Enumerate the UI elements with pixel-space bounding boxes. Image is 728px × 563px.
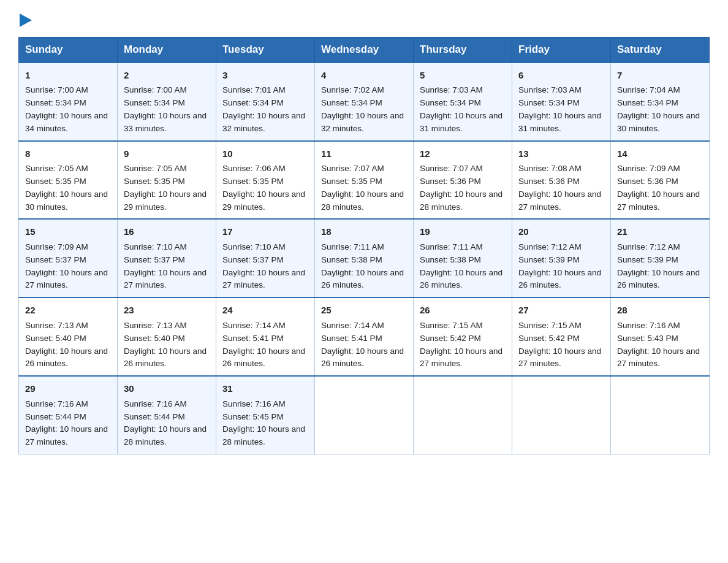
svg-marker-0 [20,13,32,27]
day-number: 6 [518,68,604,82]
sunset-text: Sunset: 5:39 PM [617,255,678,264]
sunset-text: Sunset: 5:41 PM [321,334,382,343]
sunrise-text: Sunrise: 7:07 AM [420,164,483,173]
daylight-text: Daylight: 10 hours and 31 minutes. [518,111,601,133]
daylight-text: Daylight: 10 hours and 26 minutes. [321,268,404,290]
sunset-text: Sunset: 5:34 PM [617,98,678,107]
calendar-cell: 17Sunrise: 7:10 AMSunset: 5:37 PMDayligh… [216,219,315,297]
sunrise-text: Sunrise: 7:12 AM [617,242,680,251]
day-number: 16 [124,224,210,239]
sunrise-text: Sunrise: 7:14 AM [222,321,286,330]
sunset-text: Sunset: 5:41 PM [222,334,284,343]
week-row-4: 22Sunrise: 7:13 AMSunset: 5:40 PMDayligh… [19,297,710,376]
week-row-1: 1Sunrise: 7:00 AMSunset: 5:34 PMDaylight… [19,63,710,141]
days-header-row: SundayMondayTuesdayWednesdayThursdayFrid… [19,37,710,63]
sunrise-text: Sunrise: 7:00 AM [124,85,187,94]
sunset-text: Sunset: 5:45 PM [222,412,284,421]
logo-arrow-icon [20,13,32,27]
calendar-cell: 20Sunrise: 7:12 AMSunset: 5:39 PMDayligh… [512,219,611,297]
sunrise-text: Sunrise: 7:16 AM [222,399,286,408]
sunrise-text: Sunrise: 7:04 AM [617,85,680,94]
calendar-cell: 16Sunrise: 7:10 AMSunset: 5:37 PMDayligh… [118,219,216,297]
daylight-text: Daylight: 10 hours and 31 minutes. [420,111,502,133]
day-number: 31 [222,381,308,396]
day-number: 4 [321,68,407,82]
week-row-2: 8Sunrise: 7:05 AMSunset: 5:35 PMDaylight… [19,141,710,220]
sunset-text: Sunset: 5:40 PM [25,334,86,343]
day-number: 27 [518,303,604,317]
sunrise-text: Sunrise: 7:05 AM [25,164,88,173]
calendar-cell: 24Sunrise: 7:14 AMSunset: 5:41 PMDayligh… [216,297,315,376]
calendar-cell: 6Sunrise: 7:03 AMSunset: 5:34 PMDaylight… [512,63,611,141]
daylight-text: Daylight: 10 hours and 26 minutes. [124,347,207,369]
day-header-wednesday: Wednesday [315,37,414,63]
calendar-cell: 13Sunrise: 7:08 AMSunset: 5:36 PMDayligh… [512,141,611,220]
day-header-friday: Friday [512,37,611,63]
day-number: 22 [25,303,111,317]
week-row-5: 29Sunrise: 7:16 AMSunset: 5:44 PMDayligh… [19,376,710,454]
sunrise-text: Sunrise: 7:02 AM [321,85,384,94]
calendar-cell: 18Sunrise: 7:11 AMSunset: 5:38 PMDayligh… [315,219,414,297]
sunrise-text: Sunrise: 7:15 AM [518,321,582,330]
sunset-text: Sunset: 5:37 PM [124,255,185,264]
sunset-text: Sunset: 5:35 PM [25,177,86,186]
daylight-text: Daylight: 10 hours and 28 minutes. [420,190,502,212]
daylight-text: Daylight: 10 hours and 26 minutes. [420,268,502,290]
calendar-cell: 7Sunrise: 7:04 AMSunset: 5:34 PMDaylight… [611,63,710,141]
sunrise-text: Sunrise: 7:10 AM [222,242,286,251]
calendar-cell: 30Sunrise: 7:16 AMSunset: 5:44 PMDayligh… [118,376,216,454]
sunset-text: Sunset: 5:35 PM [321,177,382,186]
day-number: 25 [321,303,407,317]
calendar-cell: 21Sunrise: 7:12 AMSunset: 5:39 PMDayligh… [611,219,710,297]
day-number: 19 [420,224,506,239]
daylight-text: Daylight: 10 hours and 33 minutes. [124,111,207,133]
day-number: 8 [25,147,111,161]
day-number: 12 [420,147,506,161]
sunrise-text: Sunrise: 7:13 AM [124,321,187,330]
calendar-cell [414,376,512,454]
day-number: 5 [420,68,506,82]
daylight-text: Daylight: 10 hours and 26 minutes. [617,268,700,290]
week-row-3: 15Sunrise: 7:09 AMSunset: 5:37 PMDayligh… [19,219,710,297]
sunset-text: Sunset: 5:34 PM [25,98,86,107]
daylight-text: Daylight: 10 hours and 27 minutes. [124,268,207,290]
day-header-monday: Monday [118,37,216,63]
daylight-text: Daylight: 10 hours and 27 minutes. [420,347,502,369]
sunset-text: Sunset: 5:37 PM [25,255,86,264]
page-header [18,12,710,26]
sunrise-text: Sunrise: 7:13 AM [25,321,88,330]
sunset-text: Sunset: 5:36 PM [420,177,481,186]
day-number: 1 [25,68,111,82]
daylight-text: Daylight: 10 hours and 34 minutes. [25,111,108,133]
day-number: 17 [222,224,308,239]
sunset-text: Sunset: 5:44 PM [25,412,86,421]
sunrise-text: Sunrise: 7:03 AM [420,85,483,94]
day-number: 15 [25,224,111,239]
calendar-cell: 1Sunrise: 7:00 AMSunset: 5:34 PMDaylight… [19,63,118,141]
calendar-cell: 26Sunrise: 7:15 AMSunset: 5:42 PMDayligh… [414,297,512,376]
day-number: 18 [321,224,407,239]
sunset-text: Sunset: 5:35 PM [124,177,185,186]
calendar-cell: 8Sunrise: 7:05 AMSunset: 5:35 PMDaylight… [19,141,118,220]
sunrise-text: Sunrise: 7:09 AM [25,242,88,251]
sunset-text: Sunset: 5:34 PM [321,98,382,107]
calendar-cell: 12Sunrise: 7:07 AMSunset: 5:36 PMDayligh… [414,141,512,220]
calendar-cell: 25Sunrise: 7:14 AMSunset: 5:41 PMDayligh… [315,297,414,376]
sunset-text: Sunset: 5:34 PM [518,98,580,107]
day-number: 2 [124,68,210,82]
calendar-cell: 23Sunrise: 7:13 AMSunset: 5:40 PMDayligh… [118,297,216,376]
calendar-cell: 19Sunrise: 7:11 AMSunset: 5:38 PMDayligh… [414,219,512,297]
calendar-cell: 27Sunrise: 7:15 AMSunset: 5:42 PMDayligh… [512,297,611,376]
daylight-text: Daylight: 10 hours and 26 minutes. [222,347,305,369]
daylight-text: Daylight: 10 hours and 27 minutes. [518,347,601,369]
daylight-text: Daylight: 10 hours and 27 minutes. [25,268,108,290]
sunset-text: Sunset: 5:42 PM [518,334,580,343]
day-number: 7 [617,68,703,82]
daylight-text: Daylight: 10 hours and 29 minutes. [124,190,207,212]
calendar-cell [315,376,414,454]
logo [18,12,32,26]
sunset-text: Sunset: 5:34 PM [222,98,284,107]
daylight-text: Daylight: 10 hours and 27 minutes. [518,190,601,212]
daylight-text: Daylight: 10 hours and 30 minutes. [617,111,700,133]
sunset-text: Sunset: 5:39 PM [518,255,580,264]
